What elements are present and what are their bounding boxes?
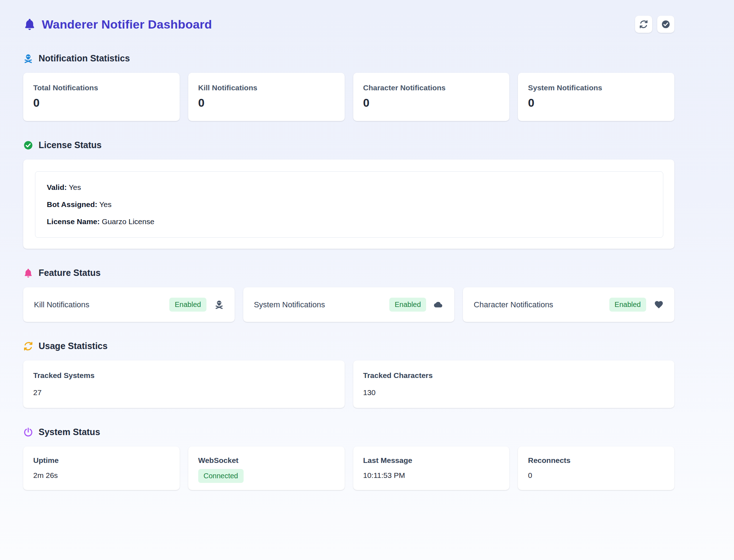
- feature-card-kill-notifications: Kill Notifications Enabled: [23, 287, 235, 322]
- skull-crossbones-icon: [23, 54, 33, 64]
- system-card-websocket: WebSocket Connected: [188, 447, 345, 490]
- system-card-reconnects: Reconnects 0: [518, 447, 674, 490]
- status-button[interactable]: [657, 16, 674, 33]
- status-badge: Enabled: [609, 298, 646, 312]
- stat-card-total-notifications: Total Notifications 0: [23, 73, 180, 121]
- stat-card-kill-notifications: Kill Notifications 0: [188, 73, 345, 121]
- stat-value: 0: [198, 96, 335, 110]
- license-field-label: License Name:: [47, 217, 100, 226]
- usage-value: 130: [363, 388, 665, 397]
- system-value: 2m 26s: [33, 471, 170, 480]
- section-notification-statistics: Notification Statistics Total Notificati…: [23, 53, 674, 121]
- system-label: Last Message: [363, 456, 500, 465]
- power-icon: [23, 427, 33, 437]
- system-label: Uptime: [33, 456, 170, 465]
- bell-icon: [23, 268, 33, 278]
- check-circle-icon: [661, 20, 670, 29]
- license-row-bot-assigned: Bot Assigned: Yes: [47, 200, 651, 210]
- section-title: Usage Statistics: [39, 341, 108, 351]
- license-field-value: Yes: [69, 183, 81, 191]
- usage-label: Tracked Characters: [363, 371, 665, 380]
- stat-label: Kill Notifications: [198, 84, 335, 92]
- refresh-button[interactable]: [635, 16, 652, 33]
- app-header: Wanderer Notifier Dashboard: [23, 14, 674, 34]
- heart-icon: [654, 300, 664, 309]
- stat-label: System Notifications: [528, 84, 664, 92]
- license-field-label: Valid:: [47, 183, 67, 191]
- stat-label: Character Notifications: [363, 84, 500, 92]
- usage-card-tracked-systems: Tracked Systems 27: [23, 360, 345, 408]
- system-card-uptime: Uptime 2m 26s: [23, 447, 180, 490]
- stat-label: Total Notifications: [33, 84, 170, 92]
- header-actions: [635, 16, 674, 33]
- license-row-license-name: License Name: Guarzo License: [47, 217, 651, 227]
- brand: Wanderer Notifier Dashboard: [23, 17, 212, 31]
- section-license-status: License Status Valid: Yes Bot Assigned: …: [23, 140, 674, 249]
- usage-label: Tracked Systems: [33, 371, 335, 380]
- feature-card-system-notifications: System Notifications Enabled: [243, 287, 455, 322]
- bell-icon: [23, 18, 36, 31]
- stat-value: 0: [363, 96, 500, 110]
- websocket-status-badge: Connected: [198, 469, 244, 483]
- section-title: License Status: [39, 140, 101, 150]
- page-title: Wanderer Notifier Dashboard: [42, 17, 212, 31]
- license-card: Valid: Yes Bot Assigned: Yes License Nam…: [23, 160, 674, 249]
- system-value: 0: [528, 471, 664, 480]
- usage-value: 27: [33, 388, 335, 397]
- refresh-icon: [639, 20, 648, 29]
- section-title: Notification Statistics: [39, 53, 130, 64]
- system-value: 10:11:53 PM: [363, 471, 500, 480]
- license-row-valid: Valid: Yes: [47, 182, 651, 192]
- cloud-icon: [434, 300, 444, 309]
- dashboard-page: Wanderer Notifier Dashboard Notification…: [23, 14, 674, 490]
- license-field-label: Bot Assigned:: [47, 200, 98, 208]
- system-label: Reconnects: [528, 456, 664, 465]
- license-field-value: Yes: [99, 200, 111, 208]
- stat-card-character-notifications: Character Notifications 0: [353, 73, 510, 121]
- section-usage-statistics: Usage Statistics Tracked Systems 27 Trac…: [23, 341, 674, 408]
- license-field-value: Guarzo License: [102, 217, 154, 226]
- status-badge: Enabled: [389, 298, 426, 312]
- feature-label: System Notifications: [254, 300, 325, 309]
- section-title: Feature Status: [39, 268, 101, 278]
- section-title: System Status: [39, 427, 100, 437]
- stat-value: 0: [33, 96, 170, 110]
- sync-icon: [23, 341, 33, 351]
- section-system-status: System Status Uptime 2m 26s WebSocket Co…: [23, 427, 674, 490]
- stat-value: 0: [528, 96, 664, 110]
- stat-card-system-notifications: System Notifications 0: [518, 73, 674, 121]
- license-details-box: Valid: Yes Bot Assigned: Yes License Nam…: [35, 171, 663, 238]
- feature-label: Character Notifications: [474, 300, 553, 309]
- feature-label: Kill Notifications: [34, 300, 89, 309]
- status-badge: Enabled: [169, 298, 206, 312]
- check-circle-icon: [23, 140, 33, 150]
- feature-card-character-notifications: Character Notifications Enabled: [463, 287, 674, 322]
- system-label: WebSocket: [198, 456, 335, 465]
- usage-card-tracked-characters: Tracked Characters 130: [353, 360, 675, 408]
- system-card-last-message: Last Message 10:11:53 PM: [353, 447, 510, 490]
- skull-crossbones-icon: [214, 300, 224, 309]
- section-feature-status: Feature Status Kill Notifications Enable…: [23, 268, 674, 322]
